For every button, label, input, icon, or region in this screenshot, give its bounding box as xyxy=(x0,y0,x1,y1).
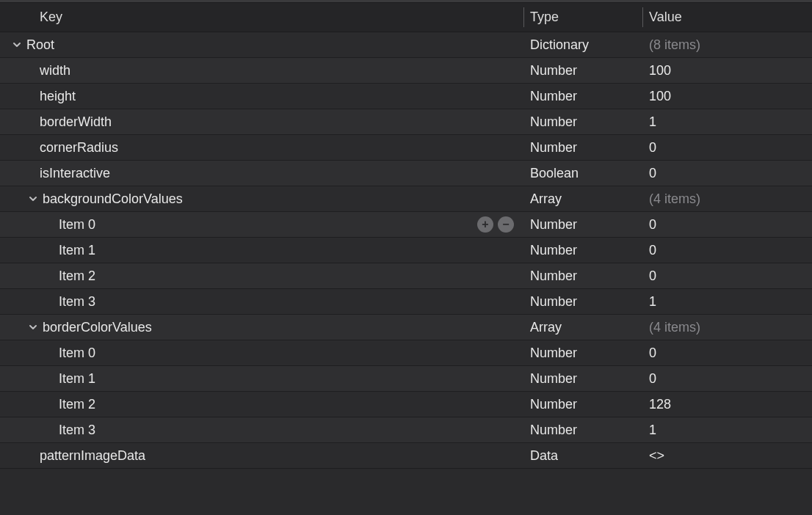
value-cell[interactable]: 0 xyxy=(643,161,812,186)
value-label: 0 xyxy=(649,371,656,387)
value-label: 0 xyxy=(649,140,656,156)
table-row[interactable]: Item 1Number0 xyxy=(0,238,812,263)
plus-icon: + xyxy=(482,219,488,230)
value-label: 100 xyxy=(649,89,671,104)
type-cell[interactable]: Number xyxy=(524,366,643,391)
value-cell[interactable]: 1 xyxy=(643,289,812,314)
type-cell[interactable]: Array xyxy=(524,186,643,211)
type-cell[interactable]: Dictionary xyxy=(524,32,643,57)
value-cell[interactable]: 100 xyxy=(643,84,812,109)
key-cell[interactable]: width xyxy=(0,58,524,83)
table-row[interactable]: heightNumber100 xyxy=(0,84,812,109)
key-label: width xyxy=(40,63,70,78)
key-cell[interactable]: Item 0+− xyxy=(0,212,524,237)
chevron-down-icon[interactable] xyxy=(28,322,38,332)
value-cell[interactable]: 100 xyxy=(643,58,812,83)
table-row[interactable]: cornerRadiusNumber0 xyxy=(0,135,812,161)
key-cell[interactable]: Root xyxy=(0,32,524,57)
key-label: Item 3 xyxy=(59,294,95,310)
type-cell[interactable]: Number xyxy=(524,417,643,442)
key-cell[interactable]: Item 1 xyxy=(0,366,524,391)
value-cell[interactable]: 0 xyxy=(643,263,812,288)
value-cell[interactable]: <> xyxy=(643,443,812,468)
key-label: Item 1 xyxy=(59,371,95,387)
table-row[interactable]: borderColorValuesArray(4 items) xyxy=(0,315,812,340)
type-label: Number xyxy=(530,243,577,258)
table-row[interactable]: Item 0+−Number0 xyxy=(0,212,812,238)
key-cell[interactable]: Item 3 xyxy=(0,417,524,442)
type-cell[interactable]: Number xyxy=(524,58,643,83)
value-cell[interactable]: 128 xyxy=(643,392,812,417)
type-cell[interactable]: Array xyxy=(524,315,643,340)
table-row[interactable]: Item 0Number0 xyxy=(0,340,812,366)
key-cell[interactable]: backgroundColorValues xyxy=(0,186,524,211)
key-cell[interactable]: Item 1 xyxy=(0,238,524,263)
table-row[interactable]: Item 3Number1 xyxy=(0,289,812,315)
type-label: Number xyxy=(530,89,577,104)
value-label: 0 xyxy=(649,166,656,181)
type-cell[interactable]: Number xyxy=(524,289,643,314)
type-cell[interactable]: Number xyxy=(524,135,643,160)
key-cell[interactable]: cornerRadius xyxy=(0,135,524,160)
type-cell[interactable]: Number xyxy=(524,340,643,365)
value-cell[interactable]: (8 items) xyxy=(643,32,812,57)
type-cell[interactable]: Number xyxy=(524,238,643,263)
value-cell[interactable]: 0 xyxy=(643,238,812,263)
key-label: borderColorValues xyxy=(43,320,152,335)
table-row[interactable]: widthNumber100 xyxy=(0,58,812,84)
key-cell[interactable]: isInteractive xyxy=(0,161,524,186)
type-cell[interactable]: Number xyxy=(524,84,643,109)
table-row[interactable]: Item 3Number1 xyxy=(0,417,812,443)
type-label: Number xyxy=(530,63,577,78)
type-label: Boolean xyxy=(530,166,579,181)
value-cell[interactable]: 0 xyxy=(643,212,812,237)
table-row[interactable]: backgroundColorValuesArray(4 items) xyxy=(0,186,812,212)
type-cell[interactable]: Number xyxy=(524,212,643,237)
table-row[interactable]: patternImageDataData<> xyxy=(0,443,812,469)
value-cell[interactable]: 0 xyxy=(643,135,812,160)
value-cell[interactable]: 0 xyxy=(643,340,812,365)
value-cell[interactable]: 0 xyxy=(643,366,812,391)
type-cell[interactable]: Number xyxy=(524,109,643,134)
type-label: Number xyxy=(530,371,577,387)
value-label: (4 items) xyxy=(649,191,700,207)
add-item-button[interactable]: + xyxy=(477,216,493,233)
column-header-value[interactable]: Value xyxy=(643,3,812,32)
key-cell[interactable]: borderColorValues xyxy=(0,315,524,340)
key-label: patternImageData xyxy=(40,448,145,464)
type-cell[interactable]: Data xyxy=(524,443,643,468)
key-label: isInteractive xyxy=(40,166,110,181)
column-header-key[interactable]: Key xyxy=(0,3,524,32)
table-row[interactable]: RootDictionary(8 items) xyxy=(0,32,812,58)
value-cell[interactable]: 1 xyxy=(643,109,812,134)
type-cell[interactable]: Number xyxy=(524,263,643,288)
table-row[interactable]: Item 1Number0 xyxy=(0,366,812,392)
table-row[interactable]: Item 2Number128 xyxy=(0,392,812,417)
column-header-type[interactable]: Type xyxy=(524,3,643,32)
key-cell[interactable]: Item 2 xyxy=(0,263,524,288)
type-cell[interactable]: Boolean xyxy=(524,161,643,186)
key-label: Item 2 xyxy=(59,269,95,284)
table-row[interactable]: borderWidthNumber1 xyxy=(0,109,812,135)
plist-rows-container: RootDictionary(8 items)widthNumber100hei… xyxy=(0,32,812,469)
remove-item-button[interactable]: − xyxy=(498,216,514,233)
key-cell[interactable]: Item 0 xyxy=(0,340,524,365)
key-label: Item 3 xyxy=(59,423,95,438)
type-label: Number xyxy=(530,397,577,412)
value-cell[interactable]: (4 items) xyxy=(643,315,812,340)
key-cell[interactable]: height xyxy=(0,84,524,109)
chevron-down-icon[interactable] xyxy=(12,40,22,50)
value-cell[interactable]: (4 items) xyxy=(643,186,812,211)
value-label: 1 xyxy=(649,294,656,310)
table-row[interactable]: isInteractiveBoolean0 xyxy=(0,161,812,186)
table-row[interactable]: Item 2Number0 xyxy=(0,263,812,289)
value-label: 0 xyxy=(649,269,656,284)
chevron-down-icon[interactable] xyxy=(28,194,38,204)
key-cell[interactable]: Item 2 xyxy=(0,392,524,417)
key-cell[interactable]: patternImageData xyxy=(0,443,524,468)
type-cell[interactable]: Number xyxy=(524,392,643,417)
key-label: cornerRadius xyxy=(40,140,118,156)
key-cell[interactable]: borderWidth xyxy=(0,109,524,134)
key-cell[interactable]: Item 3 xyxy=(0,289,524,314)
value-cell[interactable]: 1 xyxy=(643,417,812,442)
